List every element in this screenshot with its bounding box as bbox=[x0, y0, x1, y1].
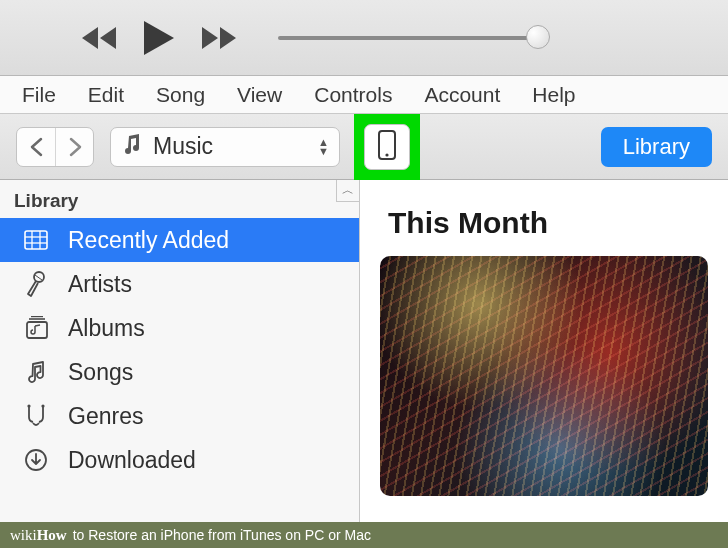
sidebar-item-label: Artists bbox=[68, 271, 132, 298]
caption-brand-b: How bbox=[37, 527, 67, 543]
sidebar-item-label: Songs bbox=[68, 359, 133, 386]
svg-rect-9 bbox=[27, 322, 47, 338]
svg-point-7 bbox=[34, 272, 44, 282]
caption-text: to Restore an iPhone from iTunes on PC o… bbox=[73, 527, 371, 543]
category-label: Music bbox=[153, 133, 308, 160]
sidebar-item-downloaded[interactable]: Downloaded bbox=[0, 438, 359, 482]
sidebar-item-label: Albums bbox=[68, 315, 145, 342]
seek-thumb[interactable] bbox=[526, 25, 550, 49]
menu-controls[interactable]: Controls bbox=[300, 79, 406, 111]
rewind-icon[interactable] bbox=[80, 25, 118, 51]
library-button[interactable]: Library bbox=[601, 127, 712, 167]
scroll-up-button[interactable]: ︿ bbox=[336, 180, 360, 202]
sidebar: ︿ Library Recently AddedArtistsAlbumsSon… bbox=[0, 180, 360, 522]
sidebar-item-songs[interactable]: Songs bbox=[0, 350, 359, 394]
phone-icon bbox=[377, 130, 397, 164]
download-icon bbox=[22, 448, 50, 472]
content-area: ︿ Library Recently AddedArtistsAlbumsSon… bbox=[0, 180, 728, 522]
toolbar: Music ▲▼ Library bbox=[0, 114, 728, 180]
play-icon[interactable] bbox=[142, 19, 176, 57]
guitar-icon bbox=[22, 403, 50, 429]
albums-icon bbox=[22, 316, 50, 340]
svg-point-12 bbox=[27, 404, 30, 407]
sidebar-item-label: Downloaded bbox=[68, 447, 196, 474]
seek-track bbox=[278, 36, 538, 40]
menu-view[interactable]: View bbox=[223, 79, 296, 111]
sidebar-item-genres[interactable]: Genres bbox=[0, 394, 359, 438]
mic-icon bbox=[22, 271, 50, 297]
menu-help[interactable]: Help bbox=[518, 79, 589, 111]
device-button[interactable] bbox=[364, 124, 410, 170]
note-icon bbox=[22, 360, 50, 384]
sidebar-list: Recently AddedArtistsAlbumsSongsGenresDo… bbox=[0, 218, 359, 482]
caption-brand-a: wiki bbox=[10, 527, 37, 543]
nav-back-forward bbox=[16, 127, 94, 167]
sidebar-item-recently-added[interactable]: Recently Added bbox=[0, 218, 359, 262]
svg-point-13 bbox=[41, 404, 44, 407]
sidebar-header: Library bbox=[0, 180, 359, 218]
menu-account[interactable]: Account bbox=[410, 79, 514, 111]
music-note-icon bbox=[121, 133, 143, 161]
forward-button[interactable] bbox=[55, 128, 93, 166]
svg-rect-2 bbox=[25, 231, 47, 249]
forward-icon[interactable] bbox=[200, 25, 238, 51]
wikihow-logo: wikiHow bbox=[10, 527, 67, 544]
sidebar-item-albums[interactable]: Albums bbox=[0, 306, 359, 350]
svg-line-8 bbox=[35, 275, 42, 280]
main-pane: This Month bbox=[360, 180, 728, 522]
svg-point-1 bbox=[385, 153, 388, 156]
sidebar-item-label: Recently Added bbox=[68, 227, 229, 254]
device-button-highlight bbox=[354, 114, 420, 180]
menu-file[interactable]: File bbox=[8, 79, 70, 111]
main-heading: This Month bbox=[388, 206, 708, 240]
library-button-label: Library bbox=[623, 134, 690, 160]
category-dropdown[interactable]: Music ▲▼ bbox=[110, 127, 340, 167]
album-art-thumbnail[interactable] bbox=[380, 256, 708, 496]
caption-bar: wikiHow to Restore an iPhone from iTunes… bbox=[0, 522, 728, 548]
stepper-icon: ▲▼ bbox=[318, 138, 329, 156]
back-button[interactable] bbox=[17, 128, 55, 166]
menubar: FileEditSongViewControlsAccountHelp bbox=[0, 76, 728, 114]
seek-slider[interactable] bbox=[278, 0, 708, 75]
playback-bar bbox=[0, 0, 728, 76]
sidebar-item-artists[interactable]: Artists bbox=[0, 262, 359, 306]
menu-song[interactable]: Song bbox=[142, 79, 219, 111]
menu-edit[interactable]: Edit bbox=[74, 79, 138, 111]
sidebar-item-label: Genres bbox=[68, 403, 143, 430]
grid-icon bbox=[22, 230, 50, 250]
playback-controls bbox=[80, 19, 238, 57]
